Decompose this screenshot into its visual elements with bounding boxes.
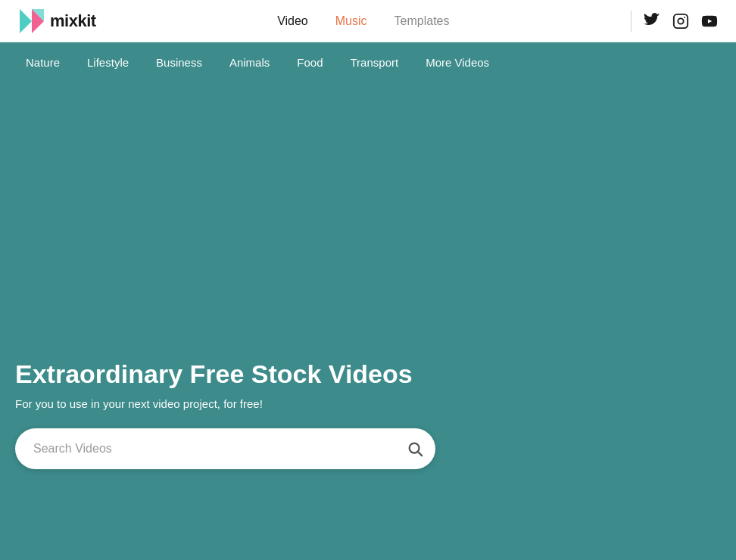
hero-title: Extraordinary Free Stock Videos — [15, 359, 721, 390]
instagram-link[interactable] — [672, 13, 689, 30]
social-icons — [644, 13, 718, 30]
twitter-icon — [644, 13, 660, 30]
nav-templates[interactable]: Templates — [395, 14, 450, 28]
svg-line-7 — [418, 452, 422, 456]
category-lifestyle[interactable]: Lifestyle — [76, 50, 139, 75]
category-business[interactable]: Business — [145, 50, 213, 75]
category-more-videos[interactable]: More Videos — [415, 50, 500, 75]
category-transport[interactable]: Transport — [340, 50, 410, 75]
nav-music[interactable]: Music — [335, 14, 367, 28]
svg-point-5 — [684, 17, 685, 18]
header-right — [631, 11, 718, 32]
header-left: mixkit — [18, 8, 96, 35]
hero-section: Extraordinary Free Stock Videos For you … — [0, 82, 736, 560]
logo-icon — [18, 8, 45, 35]
svg-marker-0 — [20, 9, 32, 33]
instagram-icon — [672, 13, 689, 30]
search-container — [15, 428, 435, 469]
twitter-link[interactable] — [644, 13, 660, 30]
youtube-icon — [701, 13, 718, 30]
svg-rect-3 — [674, 14, 688, 27]
logo-text: mixkit — [50, 11, 96, 31]
logo[interactable]: mixkit — [18, 8, 96, 35]
category-nav: Nature Lifestyle Business Animals Food T… — [0, 42, 736, 82]
main-nav: Video Music Templates — [277, 14, 449, 28]
search-input[interactable] — [15, 428, 435, 469]
hero-subtitle: For you to use in your next video projec… — [15, 397, 721, 410]
nav-video[interactable]: Video — [277, 14, 308, 28]
category-animals[interactable]: Animals — [219, 50, 280, 75]
header: mixkit Video Music Templates — [0, 0, 736, 42]
category-food[interactable]: Food — [286, 50, 333, 75]
category-nature[interactable]: Nature — [15, 50, 70, 75]
svg-point-4 — [678, 18, 683, 23]
nav-divider — [631, 11, 632, 32]
search-button[interactable] — [399, 433, 431, 465]
search-icon — [407, 440, 423, 457]
youtube-link[interactable] — [701, 13, 718, 30]
